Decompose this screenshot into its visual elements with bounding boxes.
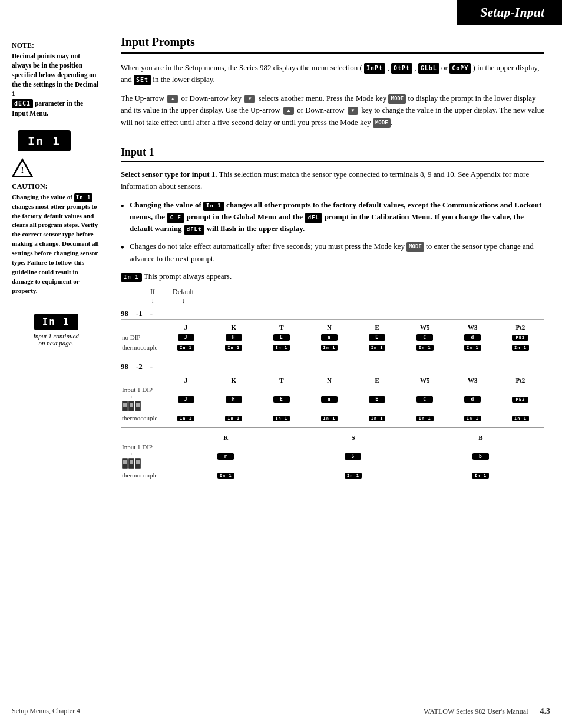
col-k-1: K [210, 322, 257, 332]
col-b: B [417, 433, 544, 442]
up-arrow-icon [167, 95, 178, 103]
in1-r: In 1 [217, 473, 234, 479]
if-arrow: ↓ [151, 297, 154, 305]
divider-2 [121, 427, 544, 428]
badge-e-2: E [369, 396, 385, 403]
in1-j-1: In 1 [177, 345, 194, 351]
col-w5-1: W5 [401, 322, 449, 332]
col-n-2: N [305, 375, 353, 385]
mode-badge-bullet2: MODE [406, 242, 424, 252]
bullet-text-2: Changes do not take effect automatically… [130, 241, 544, 264]
mode-badge-2: MODE [373, 118, 391, 128]
tc-label-2: thermocouple [121, 413, 162, 423]
note-label: NOTE: [12, 41, 100, 50]
sensor-table-2b: R S B Input 1 DIP ° [121, 433, 544, 480]
badge-h-1: H [226, 334, 242, 341]
in1-s: In 1 [345, 473, 362, 479]
in1-t-2: In 1 [273, 416, 290, 421]
col-t-2: T [257, 375, 305, 385]
inpt-badge: InPt [364, 63, 385, 74]
table-row-in1-rsb: thermocouple In 1 In 1 In 1 [121, 470, 544, 480]
table-row-tc-in1: thermocouple In 1 In 1 In 1 In 1 In 1 In… [121, 342, 544, 352]
caution-text: Changing the value of In 1 changes most … [12, 193, 100, 296]
svg-text:!: ! [21, 165, 24, 176]
divider-1 [121, 357, 544, 357]
bullet-text-1: Changing the value of In 1 changes all o… [130, 199, 544, 235]
otpt-badge: OtPt [391, 63, 412, 74]
input1-title: Input 1 [121, 146, 544, 162]
note-text: Decimal points may not always be in the … [12, 51, 100, 118]
down-arrow-icon [244, 95, 255, 103]
col-s: S [289, 433, 416, 442]
in1-w3-1: In 1 [464, 345, 481, 351]
mode-badge-1: MODE [388, 94, 406, 104]
intro-paragraph-2: The Up-arrow or Down-arrow key selects a… [121, 93, 544, 128]
badge-pt2-2: PE2 [512, 397, 528, 403]
sidebar: NOTE: Decimal points may not always be i… [0, 35, 109, 482]
badge-w5-2: C [416, 396, 433, 403]
bullet-item-2: • Changes do not take effect automatical… [121, 241, 544, 264]
badge-w3-2: d [464, 396, 481, 403]
input1-section: Input 1 Select sensor type for input 1. … [121, 146, 544, 480]
badge-pt2-1: PE2 [512, 335, 528, 341]
in1-bottom-section: In 1 Input 1 continuedon next page. [12, 314, 100, 347]
page-header-title: Setup-Input [457, 0, 562, 25]
col-t-1: T [257, 322, 305, 332]
page-footer: Setup Menus, Chapter 4 WATLOW Series 982… [0, 703, 562, 716]
footer-right: WATLOW Series 982 User's Manual 4.3 [424, 707, 550, 716]
table-row-in1-2: thermocouple In 1 In 1 In 1 In 1 In 1 In… [121, 413, 544, 423]
table-row-dip-rsb: Input 1 DIP ° [121, 442, 544, 470]
badge-s: 5 [345, 453, 361, 460]
in1-pt2-2: In 1 [512, 416, 529, 421]
default-arrow: ↓ [181, 297, 185, 305]
in1-display-small: In 1 [34, 314, 78, 330]
tc-label-1: thermocouple [121, 342, 162, 352]
model-2-row: 98__-2__-____ [121, 362, 544, 373]
input1-desc: Select sensor type for input 1. This sel… [121, 169, 544, 192]
in1-e-1: In 1 [369, 345, 386, 351]
deci-badge: dEC1 [12, 99, 33, 108]
sensor-table-2a: J K T N E W5 W3 Pt2 Input 1 DIP [121, 375, 544, 423]
in1-w5-1: In 1 [416, 345, 434, 351]
in1-k-2: In 1 [225, 416, 242, 421]
badge-r: r [217, 453, 234, 460]
col-label-2 [121, 375, 162, 385]
bullet-dot-2: • [121, 241, 130, 264]
cf-badge: C F [167, 213, 184, 223]
in1-e-2: In 1 [369, 416, 386, 421]
dflt-badge: dFLt [184, 225, 205, 235]
default-label: Default [173, 288, 194, 297]
col-label-3 [121, 433, 162, 442]
model-1-row: 98__-1__-____ [121, 309, 544, 320]
col-pt2-1: Pt2 [497, 322, 544, 332]
input-prompts-title: Input Prompts [121, 35, 544, 54]
badge-j-2: J [178, 396, 194, 403]
in1-w3-2: In 1 [464, 416, 481, 421]
caution-badge: In 1 [74, 193, 93, 202]
main-content: Input Prompts When you are in the Setup … [109, 35, 562, 482]
bullet-item-1: • Changing the value of In 1 changes all… [121, 199, 544, 235]
col-k-2: K [210, 375, 257, 385]
in1-j-2: In 1 [177, 416, 194, 421]
col-r: R [162, 433, 289, 442]
intro-paragraph-1: When you are in the Setup menus, the Ser… [121, 62, 544, 85]
in1-pt2-1: In 1 [512, 345, 529, 351]
copy-badge: CoPY [449, 63, 471, 74]
caution-icon: ! [12, 157, 33, 179]
badge-n-2: n [321, 396, 338, 403]
badge-n-1: n [321, 334, 338, 341]
in1-t-1: In 1 [273, 345, 290, 351]
table-row-dip-badges-2: Input 1 DIP ° [121, 385, 544, 413]
col-label-1 [121, 322, 162, 332]
footer-left: Setup Menus, Chapter 4 [12, 707, 80, 716]
badge-w3-1: d [464, 334, 481, 341]
caution-section: ! CAUTION: Changing the value of In 1 ch… [12, 157, 100, 296]
table-row-nodip-badges: no DIP J H E n E C d PE2 [121, 332, 544, 342]
col-j-2: J [162, 375, 210, 385]
dip-label-3: Input 1 DIP ° [121, 442, 162, 470]
badge-w5-1: C [416, 334, 433, 341]
in1-n-2: In 1 [321, 416, 338, 421]
always-appears: In 1 This prompt always appears. [121, 271, 544, 282]
in1-k-1: In 1 [225, 345, 242, 351]
note-box: NOTE: Decimal points may not always be i… [12, 41, 100, 118]
